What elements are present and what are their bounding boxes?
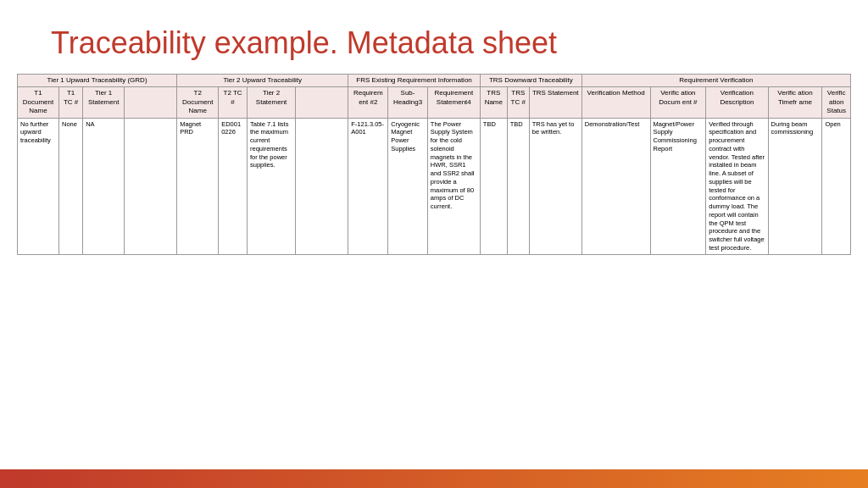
col-header-t1stmt <box>125 87 177 118</box>
cell-t1tc: None <box>59 118 83 254</box>
cell-verdesc: Verified through specification and procu… <box>706 118 768 254</box>
col-header-vermethod: Verification Method <box>581 87 650 118</box>
col-header-trsname: TRS Name <box>480 87 507 118</box>
col-header-vertimeframe: Verific ation Timefr ame <box>768 87 822 118</box>
group-header-verif: Requirement Verification <box>581 75 850 87</box>
cell-vermethod: Demonstration/Test <box>581 118 650 254</box>
col-header-t1tcnum: Tier 1 Statement <box>83 87 125 118</box>
cell-trstc: TBD <box>507 118 529 254</box>
group-header-tier1: Tier 1 Upward Traceability (GRD) <box>18 75 177 87</box>
traceability-table: Tier 1 Upward Traceability (GRD) Tier 2 … <box>17 74 851 255</box>
table-container: Tier 1 Upward Traceability (GRD) Tier 2 … <box>0 74 868 255</box>
col-header-verdesc: Verification Description <box>706 87 768 118</box>
cell-subhead: Cryogenic Magnet Power Supplies <box>388 118 428 254</box>
col-header-verstatus: Verific ation Status <box>822 87 851 118</box>
cell-reqstmt: The Power Supply System for the cold sol… <box>427 118 480 254</box>
cell-t2tc: ED001 0226 <box>219 118 248 254</box>
col-header-req2: Requirem ent #2 <box>348 87 388 118</box>
cell-verstatus: Open <box>822 118 851 254</box>
cell-req2: F-121.3.05-A001 <box>348 118 388 254</box>
cell-t2stmt2 <box>296 118 348 254</box>
cell-trsname: TBD <box>480 118 507 254</box>
group-header-frs: FRS Existing Requirement Information <box>348 75 481 87</box>
col-header-reqstmt: Requirement Statement4 <box>427 87 480 118</box>
col-header-t2stmt <box>296 87 348 118</box>
cell-t1doc: No further upward traceability <box>18 118 59 254</box>
cell-trsstmt: TRS has yet to be written. <box>529 118 581 254</box>
cell-vertimeframe: During beam commissioning <box>768 118 822 254</box>
group-header-tier2: Tier 2 Upward Traceability <box>177 75 348 87</box>
bottom-bar <box>0 469 868 488</box>
cell-t1stmt2 <box>125 118 177 254</box>
group-header-trs: TRS Downward Traceability <box>480 75 581 87</box>
col-header-t2tc: T2 TC # <box>219 87 248 118</box>
col-header-subhead: Sub-Heading3 <box>388 87 428 118</box>
col-header-t1doc: T1 Document Name <box>18 87 59 118</box>
cell-t2stmt: Table 7.1 lists the maximum current requ… <box>247 118 295 254</box>
cell-t2doc: Magnet PRD <box>177 118 219 254</box>
page-title: Traceability example. Metadata sheet <box>0 0 868 74</box>
cell-t1stmt: NA <box>83 118 125 254</box>
col-header-trsstmt: TRS Statement <box>529 87 581 118</box>
col-header-trstc: TRS TC # <box>507 87 529 118</box>
cell-verdoc: Magnet/Power Supply Commissioning Report <box>650 118 706 254</box>
col-header-t2doc: T2 Document Name <box>177 87 219 118</box>
table-row: No further upward traceability None NA M… <box>18 118 851 254</box>
col-header-t1tc: T1 TC # <box>59 87 83 118</box>
col-header-t2tcnum: Tier 2 Statement <box>247 87 295 118</box>
col-header-vdoc: Verific ation Docum ent # <box>650 87 706 118</box>
